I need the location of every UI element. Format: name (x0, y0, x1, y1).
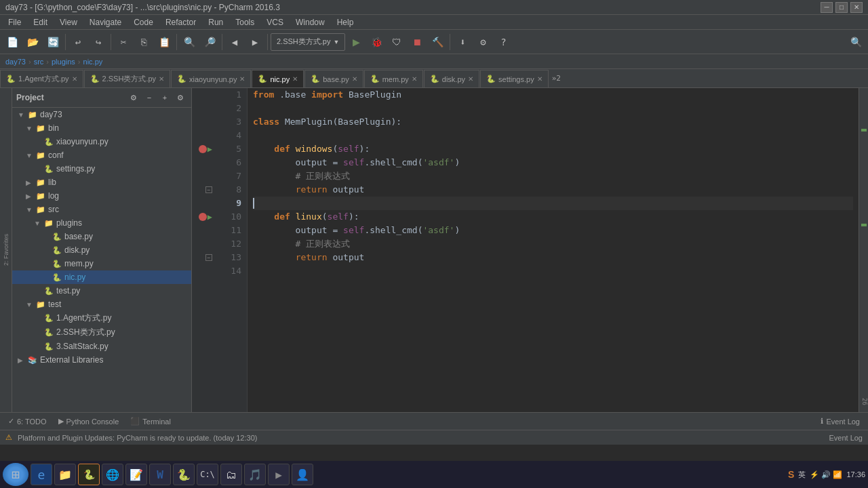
menu-window[interactable]: Window (290, 16, 330, 28)
tree-item-settings[interactable]: 🐍 settings.py (12, 162, 191, 176)
fold-marker-8[interactable]: − (205, 186, 212, 193)
paste-button[interactable]: 📋 (155, 33, 174, 52)
tab-xiaoyunyun[interactable]: 🐍 xiaoyunyun.py ✕ (171, 70, 251, 87)
breadcrumb-day73[interactable]: day73 (5, 58, 26, 66)
tab-ssh[interactable]: 🐍 2.SSH类方式.py ✕ (84, 70, 170, 87)
code-line-2[interactable] (253, 102, 853, 115)
taskbar-notepad[interactable]: 📝 (125, 464, 147, 485)
taskbar-chrome[interactable]: 🌐 (102, 464, 123, 485)
menu-tools[interactable]: Tools (230, 16, 260, 28)
build-button[interactable]: 🔨 (428, 33, 447, 52)
code-line-13[interactable]: return output (253, 251, 853, 264)
tab-disk-close[interactable]: ✕ (468, 75, 473, 83)
project-expand-button[interactable]: + (158, 91, 172, 104)
tab-base-close[interactable]: ✕ (352, 75, 357, 83)
tree-item-xiaoyunyun[interactable]: 🐍 xiaoyunyun.py (12, 135, 191, 148)
code-line-14[interactable] (253, 264, 853, 278)
menu-navigate[interactable]: Navigate (84, 16, 127, 28)
tab-agent-close[interactable]: ✕ (72, 75, 77, 83)
menu-refactor[interactable]: Refactor (160, 16, 201, 28)
tree-item-conf[interactable]: ▼ 📁 conf (12, 148, 191, 162)
tab-base[interactable]: 🐍 base.py ✕ (304, 70, 363, 87)
find-in-path-button[interactable]: 🔎 (200, 33, 219, 52)
run-button[interactable]: ▶ (347, 33, 366, 52)
new-file-button[interactable]: 📄 (3, 33, 22, 52)
tree-item-saltstack-test[interactable]: 🐍 3.SaltStack.py (12, 340, 191, 353)
settings-button[interactable]: ⚙ (473, 33, 492, 52)
code-line-8[interactable]: return output (253, 183, 853, 197)
run-with-coverage-button[interactable]: 🛡 (387, 33, 406, 52)
tree-item-diskpy[interactable]: 🐍 disk.py (12, 243, 191, 257)
code-line-10[interactable]: def linux ( self ): (253, 210, 853, 224)
help-button[interactable]: ? (494, 33, 513, 52)
project-collapse-button[interactable]: − (142, 91, 156, 104)
run-config-selector[interactable]: 2.SSH类方式.py ▼ (271, 33, 345, 51)
event-log-tab[interactable]: ℹ Event Log (815, 413, 865, 430)
menu-help[interactable]: Help (332, 16, 359, 28)
tab-settings-close[interactable]: ✕ (537, 75, 542, 83)
code-lines[interactable]: from .base import BasePlugin class MemPl… (248, 88, 859, 412)
next-button[interactable]: ▶ (245, 33, 264, 52)
code-line-9[interactable] (253, 197, 853, 210)
taskbar-cmd[interactable]: C:\ (197, 464, 218, 485)
taskbar-music[interactable]: 🎵 (244, 464, 266, 485)
cut-button[interactable]: ✂ (114, 33, 133, 52)
taskbar-filemanager[interactable]: 🗂 (220, 464, 242, 485)
tree-item-agent-test[interactable]: 🐍 1.Agent方式.py (12, 311, 191, 325)
tree-item-test[interactable]: ▼ 📁 test (12, 298, 191, 311)
tab-mem-close[interactable]: ✕ (412, 75, 417, 83)
menu-run[interactable]: Run (203, 16, 229, 28)
menu-code[interactable]: Code (128, 16, 159, 28)
taskbar-python[interactable]: 🐍 (173, 464, 195, 485)
tree-item-lib[interactable]: ▶ 📁 lib (12, 176, 191, 189)
tree-item-mempy[interactable]: 🐍 mem.py (12, 257, 191, 270)
code-line-11[interactable]: output = self .shell_cmd( 'asdf' ) (253, 224, 853, 237)
code-editor[interactable]: ▶ − ▶ − 1 (192, 88, 868, 412)
menu-file[interactable]: File (3, 16, 26, 28)
tree-item-bin[interactable]: ▼ 📁 bin (12, 121, 191, 135)
code-line-5[interactable]: def windows ( self ): (253, 142, 853, 156)
code-line-1[interactable]: from .base import BasePlugin (253, 88, 853, 102)
bottom-tab-todo[interactable]: ✓ 6: TODO (3, 413, 52, 430)
open-button[interactable]: 📂 (23, 33, 42, 52)
redo-button[interactable]: ↪ (89, 33, 108, 52)
vcs-update-button[interactable]: ⬇ (453, 33, 472, 52)
breadcrumb-nicpy[interactable]: nic.py (83, 58, 103, 66)
tab-nic-close[interactable]: ✕ (292, 75, 298, 83)
code-line-6[interactable]: output = self .shell_cmd( 'asdf' ) (253, 156, 853, 169)
tab-settings[interactable]: 🐍 settings.py ✕ (480, 70, 549, 87)
search-everywhere-button[interactable]: 🔍 (846, 33, 865, 52)
tree-item-testpy[interactable]: 🐍 test.py (12, 284, 191, 298)
project-gear-button[interactable]: ⚙ (174, 91, 187, 104)
find-button[interactable]: 🔍 (180, 33, 199, 52)
taskbar-terminal[interactable]: ▶ (268, 464, 290, 485)
undo-button[interactable]: ↩ (68, 33, 87, 52)
prev-button[interactable]: ◀ (225, 33, 244, 52)
minimize-button[interactable]: ─ (821, 2, 833, 13)
code-line-4[interactable] (253, 129, 853, 142)
start-button[interactable]: ⊞ (3, 463, 28, 486)
code-content[interactable]: ▶ − ▶ − 1 (192, 88, 868, 412)
debug-button[interactable]: 🐞 (367, 33, 386, 52)
project-settings-button[interactable]: ⚙ (127, 91, 140, 104)
taskbar-pycharm[interactable]: 🐍 (78, 464, 100, 485)
tree-item-ssh-test[interactable]: 🐍 2.SSH类方式.py (12, 325, 191, 340)
breakpoint-10[interactable] (199, 213, 207, 221)
tree-item-extlibs[interactable]: ▶ 📚 External Libraries (12, 353, 191, 367)
bottom-tab-terminal[interactable]: ⬛ Terminal (125, 413, 176, 430)
taskbar-explorer[interactable]: 📁 (54, 464, 76, 485)
close-button[interactable]: ✕ (850, 2, 863, 13)
taskbar-person[interactable]: 👤 (292, 464, 313, 485)
menu-edit[interactable]: Edit (28, 16, 53, 28)
menu-view[interactable]: View (54, 16, 83, 28)
code-line-12[interactable]: # 正则表达式 (253, 237, 853, 251)
taskbar-word[interactable]: W (149, 464, 171, 485)
taskbar-ie[interactable]: e (31, 464, 52, 485)
code-line-7[interactable]: # 正则表达式 (253, 169, 853, 183)
breakpoint-5[interactable] (199, 145, 207, 153)
tab-agent[interactable]: 🐍 1.Agent方式.py ✕ (0, 70, 83, 87)
menu-vcs[interactable]: VCS (261, 16, 289, 28)
stop-button[interactable]: ⏹ (408, 33, 427, 52)
copy-button[interactable]: ⎘ (134, 33, 153, 52)
tree-item-src[interactable]: ▼ 📁 src (12, 203, 191, 216)
